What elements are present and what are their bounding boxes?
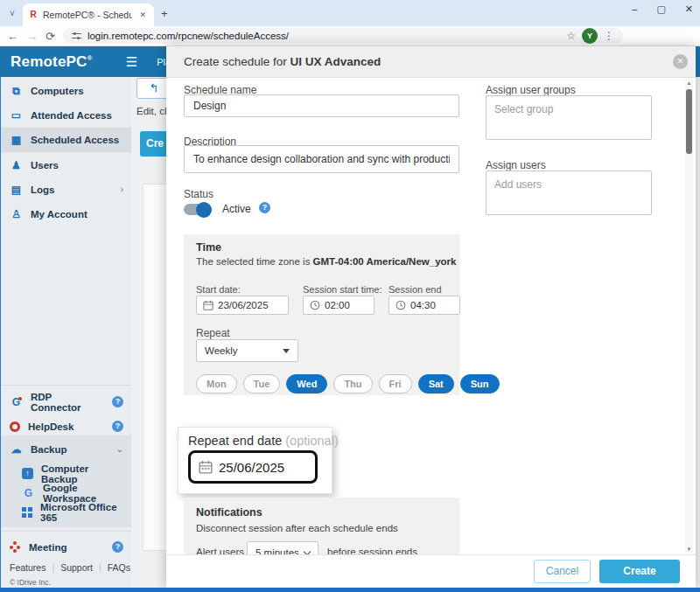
assign-users-input[interactable]: Add users bbox=[486, 171, 652, 215]
help-icon[interactable]: ? bbox=[112, 421, 123, 432]
time-section: Time The selected time zone is GMT-04:00… bbox=[184, 234, 459, 395]
repeat-days: Mon Tue Wed Thu Fri Sat Sun bbox=[196, 374, 500, 394]
chevron-right-icon: › bbox=[121, 185, 123, 194]
sidebar-item-helpdesk[interactable]: HelpDesk ? bbox=[1, 414, 132, 438]
sidebar-item-scheduled-access[interactable]: ▦ Scheduled Access bbox=[1, 128, 132, 152]
sidebar-item-my-account[interactable]: ♙ My Account bbox=[1, 202, 132, 226]
day-pill-sat[interactable]: Sat bbox=[418, 374, 454, 394]
session-start-input[interactable]: 02:00 bbox=[303, 296, 374, 315]
clock-icon bbox=[396, 300, 406, 310]
microsoft-icon bbox=[22, 507, 32, 518]
help-icon[interactable]: ? bbox=[112, 541, 123, 553]
scrollbar-thumb[interactable] bbox=[686, 89, 692, 154]
site-settings-icon[interactable] bbox=[72, 32, 81, 40]
repeat-select[interactable]: Weekly bbox=[196, 339, 298, 362]
sidebar-item-rdp-connector[interactable]: G RDP Connector ? bbox=[1, 390, 132, 414]
page-hint-text: Edit, cl bbox=[136, 106, 167, 116]
status-label: Status bbox=[184, 188, 214, 200]
scroll-down-icon[interactable]: ▼ bbox=[686, 547, 692, 552]
address-bar[interactable]: login.remotepc.com/rpcnew/scheduleAccess… bbox=[63, 28, 623, 44]
tab-search-chevron-icon[interactable]: ˅ bbox=[5, 7, 19, 21]
modal-body: Schedule name Description Status Active … bbox=[166, 78, 696, 554]
time-heading: Time bbox=[196, 241, 221, 254]
browser-tab[interactable]: R RemotePC® - Schedule Access ✕ bbox=[23, 3, 154, 26]
repeat-end-date-input[interactable]: 25/06/2025 bbox=[188, 450, 318, 484]
day-pill-mon[interactable]: Mon bbox=[196, 374, 237, 394]
helpdesk-icon bbox=[10, 421, 20, 432]
scroll-up-icon[interactable]: ▲ bbox=[686, 80, 692, 86]
rdp-connector-icon: G bbox=[10, 396, 23, 408]
day-pill-wed[interactable]: Wed bbox=[286, 374, 327, 394]
chevron-down-icon: ⌄ bbox=[116, 444, 123, 454]
tab-close-icon[interactable]: ✕ bbox=[136, 9, 149, 21]
sidebar-item-meeting[interactable]: Meeting ? bbox=[1, 535, 132, 559]
copyright-text: © IDrive Inc. bbox=[10, 578, 51, 587]
status-value: Active bbox=[222, 203, 251, 215]
sidebar-item-microsoft-office-365[interactable]: Microsoft Office 365 bbox=[1, 500, 132, 524]
session-end-input[interactable]: 04:30 bbox=[388, 296, 460, 315]
browser-toolbar: ← → ⟳ login.remotepc.com/rpcnew/schedule… bbox=[0, 26, 700, 46]
modal-footer: Cancel Create Schedule bbox=[166, 554, 696, 588]
profile-avatar[interactable]: Y bbox=[582, 28, 598, 44]
remotepc-favicon-icon: R bbox=[28, 10, 38, 20]
modal-close-icon[interactable]: ✕ bbox=[673, 54, 688, 69]
bookmark-star-icon[interactable]: ☆ bbox=[566, 30, 576, 42]
day-pill-fri[interactable]: Fri bbox=[379, 374, 412, 394]
status-help-icon[interactable]: ? bbox=[259, 202, 270, 213]
meeting-icon bbox=[10, 541, 21, 553]
description-input[interactable] bbox=[184, 145, 459, 173]
sidebar-item-backup[interactable]: ☁ Backup ⌄ bbox=[1, 437, 132, 461]
sidebar-item-attended-access[interactable]: ▭ Attended Access bbox=[1, 103, 132, 127]
url-text[interactable]: login.remotepc.com/rpcnew/scheduleAccess… bbox=[88, 31, 289, 41]
users-icon: ♟ bbox=[10, 159, 23, 171]
create-schedule-button[interactable]: Create Schedule bbox=[599, 560, 680, 583]
reload-icon[interactable]: ⟳ bbox=[46, 31, 55, 42]
my-account-icon: ♙ bbox=[10, 208, 23, 220]
day-pill-sun[interactable]: Sun bbox=[460, 374, 500, 394]
maximize-button[interactable]: ▢ bbox=[656, 3, 665, 15]
assign-groups-label: Assign user groups bbox=[486, 84, 576, 96]
start-date-input[interactable]: 23/06/2025 bbox=[196, 296, 289, 315]
assign-users-label: Assign users bbox=[486, 159, 546, 171]
support-link[interactable]: Support bbox=[60, 562, 93, 573]
features-link[interactable]: Features bbox=[10, 562, 46, 573]
sidebar-item-users[interactable]: ♟ Users bbox=[1, 153, 132, 177]
back-nav-icon[interactable]: ← bbox=[7, 31, 18, 42]
cancel-button[interactable]: Cancel bbox=[534, 560, 591, 583]
modal-title: Create schedule for UI UX Advanced bbox=[166, 46, 696, 78]
new-tab-button[interactable]: + bbox=[161, 7, 168, 20]
day-pill-tue[interactable]: Tue bbox=[243, 374, 281, 394]
forward-nav-icon[interactable]: → bbox=[26, 31, 38, 42]
divider bbox=[1, 531, 132, 532]
caret-down-icon bbox=[283, 349, 290, 353]
remotepc-logo: RemotePC® bbox=[10, 53, 93, 71]
browser-menu-icon[interactable]: ⋮ bbox=[604, 30, 614, 42]
disconnect-text: Disconnect session after each schedule e… bbox=[196, 523, 398, 533]
scheduled-access-icon: ▦ bbox=[10, 134, 23, 146]
calendar-icon bbox=[199, 460, 213, 474]
repeat-label: Repeat bbox=[196, 327, 230, 339]
timezone-text: The selected time zone is GMT-04:00 Amer… bbox=[196, 256, 456, 267]
minimize-button[interactable]: – bbox=[632, 3, 637, 15]
schedule-name-input[interactable] bbox=[184, 94, 459, 117]
google-workspace-icon: G bbox=[22, 487, 35, 499]
modal-scrollbar[interactable]: ▲ ▼ bbox=[685, 80, 693, 553]
window-bottom-border bbox=[0, 588, 700, 592]
hamburger-menu-icon[interactable]: ☰ bbox=[126, 54, 137, 70]
day-pill-thu[interactable]: Thu bbox=[333, 374, 372, 394]
help-icon[interactable]: ? bbox=[112, 396, 123, 407]
divider bbox=[1, 385, 132, 386]
assign-groups-input[interactable]: Select group bbox=[486, 95, 652, 140]
sidebar: ⧉ Computers ▭ Attended Access ▦ Schedule… bbox=[0, 77, 131, 588]
browser-tab-bar: ˅ R RemotePC® - Schedule Access ✕ + – ▢ … bbox=[0, 0, 700, 26]
close-window-button[interactable]: ✕ bbox=[685, 3, 693, 15]
sidebar-item-computers[interactable]: ⧉ Computers bbox=[1, 79, 132, 102]
repeat-end-date-popup: Repeat end date (optional) 25/06/2025 bbox=[178, 427, 332, 494]
faqs-link[interactable]: FAQs bbox=[108, 562, 130, 573]
status-toggle[interactable] bbox=[184, 204, 210, 215]
sidebar-footer: Features| Support| FAQs bbox=[10, 562, 130, 573]
create-schedule-modal: Create schedule for UI UX Advanced ✕ Sch… bbox=[166, 46, 696, 588]
tab-title: RemotePC® - Schedule Access bbox=[43, 10, 132, 20]
sidebar-item-logs[interactable]: ▤ Logs › bbox=[1, 178, 132, 201]
computers-icon: ⧉ bbox=[10, 85, 23, 97]
